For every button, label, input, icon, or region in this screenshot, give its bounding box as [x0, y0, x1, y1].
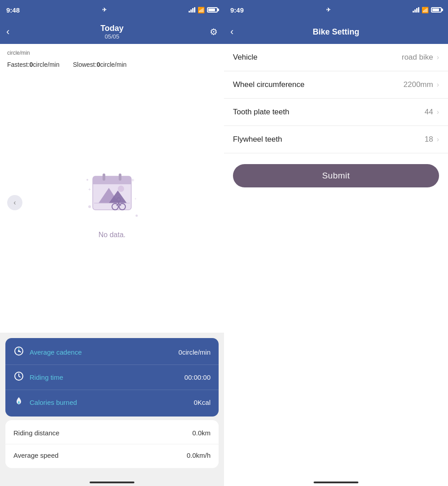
vehicle-value: road bike [402, 53, 433, 62]
submit-section: Submit [224, 153, 448, 198]
chart-area: ‹ [0, 73, 224, 333]
svg-point-26 [18, 350, 20, 352]
vehicle-label: Vehicle [233, 53, 402, 62]
svg-text:+: + [134, 197, 137, 201]
left-nav-center: Today 05/05 [100, 24, 124, 40]
riding-time-row: Riding time 00:00:00 [5, 364, 219, 390]
right-content: Vehicle road bike › Wheel circumference … [224, 44, 448, 473]
wheel-chevron-icon: › [437, 81, 439, 89]
right-time: 9:49 [230, 6, 244, 14]
riding-time-label: Riding time [30, 373, 179, 381]
avg-speed-value: 0.0km/h [187, 451, 211, 459]
cadence-header: circle/min [0, 44, 224, 58]
wheel-circumference-value: 2200mm [404, 80, 433, 89]
svg-point-3 [136, 215, 138, 217]
left-status-bar: 9:48 ✈ 📶 [0, 0, 224, 20]
right-signal-icon [413, 7, 419, 13]
tooth-plate-label: Tooth plate teeth [233, 108, 425, 117]
left-signal-icon [189, 7, 195, 13]
fastest-value: 0 [30, 61, 33, 68]
slowest-unit: circle/min [100, 61, 126, 68]
fastest-stat: Fastest:0circle/min [7, 61, 60, 68]
right-battery-icon [431, 7, 442, 13]
wheel-circumference-label: Wheel circumference [233, 80, 404, 89]
calories-row: Calories burned 0Kcal [5, 390, 219, 415]
right-wifi-icon: 📶 [422, 7, 429, 13]
left-wifi-icon: 📶 [198, 7, 205, 13]
avg-cadence-row: Average cadence 0circle/min [5, 340, 219, 364]
flywheel-row[interactable]: Flywheel teeth 18 › [224, 126, 448, 153]
cadence-stats: Fastest:0circle/min Slowest:0circle/min [0, 58, 224, 73]
right-nav-bar: ‹ Bike Setting [224, 20, 448, 44]
right-location-arrow: ✈ [326, 7, 331, 13]
left-home-bar [90, 482, 134, 483]
right-panel: 9:49 ✈ 📶 ‹ Bike Setting Vehicle road bik… [224, 0, 448, 486]
svg-text:+: + [131, 177, 134, 183]
right-back-button[interactable]: ‹ [230, 26, 233, 38]
svg-point-12 [118, 186, 124, 192]
left-status-icons: 📶 [189, 7, 218, 13]
riding-distance-label: Riding distance [13, 429, 192, 437]
tooth-plate-value: 44 [425, 108, 433, 117]
flywheel-chevron-icon: › [437, 135, 439, 143]
left-content: circle/min Fastest:0circle/min Slowest:0… [0, 44, 224, 473]
left-panel: 9:48 ✈ 📶 ‹ Today 05/05 ⚙ circle/min Fast… [0, 0, 224, 486]
flywheel-label: Flywheel teeth [233, 135, 425, 144]
flame-icon [13, 396, 24, 408]
svg-point-4 [86, 179, 88, 181]
white-stats-card: Riding distance 0.0km Average speed 0.0k… [5, 420, 219, 468]
slowest-stat: Slowest:0circle/min [73, 61, 127, 68]
avg-cadence-value: 0circle/min [178, 348, 211, 356]
left-time: 9:48 [6, 6, 20, 14]
right-home-bar [314, 482, 358, 483]
svg-rect-8 [103, 174, 105, 181]
fastest-unit: circle/min [33, 61, 60, 68]
wheel-circumference-row[interactable]: Wheel circumference 2200mm › [224, 71, 448, 99]
avg-cadence-label: Average cadence [30, 348, 173, 356]
vehicle-row[interactable]: Vehicle road bike › [224, 44, 448, 71]
no-data-text: No data. [99, 231, 125, 239]
svg-rect-7 [93, 181, 131, 184]
left-location-arrow: ✈ [102, 7, 107, 13]
right-nav-title: Bike Setting [313, 27, 359, 37]
left-nav-subtitle: 05/05 [105, 33, 120, 40]
vehicle-chevron-icon: › [437, 53, 439, 61]
left-nav-title: Today [100, 24, 124, 33]
clock-icon [13, 371, 24, 383]
svg-point-2 [88, 205, 91, 208]
tooth-plate-chevron-icon: › [437, 108, 439, 116]
settings-gear-icon[interactable]: ⚙ [210, 26, 218, 37]
blue-stats-card: Average cadence 0circle/min Riding time … [5, 338, 219, 417]
flywheel-value: 18 [425, 135, 433, 144]
cadence-icon [13, 346, 24, 358]
submit-button[interactable]: Submit [233, 164, 439, 187]
avg-speed-row: Average speed 0.0km/h [5, 444, 219, 466]
right-status-bar: 9:49 ✈ 📶 [224, 0, 448, 20]
right-status-icons: 📶 [413, 7, 442, 13]
left-battery-icon [207, 7, 218, 13]
calories-label: Calories burned [30, 399, 188, 406]
left-nav-bar: ‹ Today 05/05 ⚙ [0, 20, 224, 44]
right-home-indicator [224, 473, 448, 486]
left-back-button[interactable]: ‹ [6, 26, 9, 38]
calendar-illustration: + + + [83, 166, 141, 225]
cadence-unit: circle/min [7, 50, 30, 56]
riding-distance-value: 0.0km [192, 429, 211, 437]
calories-value: 0Kcal [194, 399, 211, 406]
prev-day-button[interactable]: ‹ [7, 195, 22, 210]
tooth-plate-row[interactable]: Tooth plate teeth 44 › [224, 99, 448, 126]
riding-distance-row: Riding distance 0.0km [5, 422, 219, 444]
no-data-illustration: + + + No data. [83, 166, 141, 239]
avg-speed-label: Average speed [13, 451, 187, 459]
left-home-indicator [0, 473, 224, 486]
svg-text:+: + [88, 187, 91, 192]
riding-time-value: 00:00:00 [185, 373, 211, 381]
svg-rect-9 [119, 174, 121, 181]
